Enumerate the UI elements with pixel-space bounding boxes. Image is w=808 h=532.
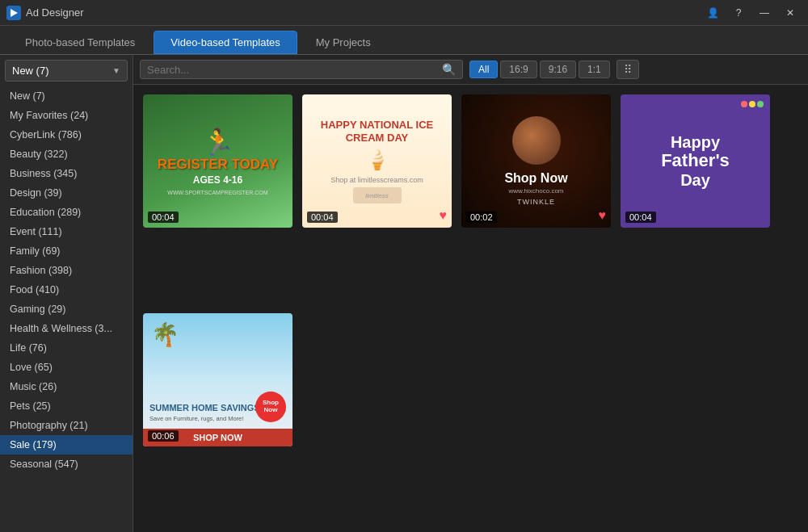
- title-bar: Ad Designer 👤 ? — ✕: [0, 0, 808, 26]
- card-duration-fathers: 00:04: [625, 212, 656, 223]
- template-card-fathers[interactable]: Happy Father's Day 00:04: [621, 94, 770, 228]
- app-logo: [6, 6, 21, 20]
- aspect-btn-916[interactable]: 9:16: [540, 61, 576, 78]
- aspect-btn-169[interactable]: 16:9: [500, 61, 537, 78]
- app-title: Ad Designer: [26, 6, 84, 19]
- aspect-buttons: All16:99:161:1: [469, 61, 610, 78]
- main-content: New (7) ▼ New (7)My Favorites (24)CyberL…: [0, 55, 808, 532]
- minimize-button[interactable]: —: [753, 5, 776, 21]
- sidebar-item-event[interactable]: Event (111): [0, 222, 133, 241]
- sidebar-item-food[interactable]: Food (410): [0, 280, 133, 300]
- tab-video[interactable]: Video-based Templates: [154, 31, 297, 54]
- right-panel: 🔍 All16:99:161:1 ⠿ 🏃 REGISTER TODAY AGES…: [133, 55, 808, 532]
- template-card-icecream[interactable]: HAPPY NATIONAL ICE CREAM DAY 🍦 Shop at l…: [302, 94, 452, 228]
- template-card-shopnow[interactable]: Shop Now www.hixchoco.com TWINKLE 00:02♥: [461, 94, 611, 228]
- title-bar-left: Ad Designer: [6, 6, 84, 20]
- dropdown-arrow-icon: ▼: [112, 66, 120, 75]
- grid-icon-button[interactable]: ⠿: [617, 60, 639, 79]
- dropdown-label: New (7): [12, 65, 49, 77]
- sidebar-item-love[interactable]: Love (65): [0, 358, 133, 377]
- sidebar-item-seasonal[interactable]: Seasonal (547): [0, 455, 133, 474]
- sidebar-item-music[interactable]: Music (26): [0, 377, 133, 396]
- close-button[interactable]: ✕: [779, 5, 802, 21]
- sidebar-item-business[interactable]: Business (345): [0, 164, 133, 183]
- help-button[interactable]: ?: [727, 5, 750, 21]
- toolbar: 🔍 All16:99:161:1 ⠿: [133, 55, 808, 85]
- tab-projects[interactable]: My Projects: [299, 31, 388, 54]
- sidebar-item-health[interactable]: Health & Wellness (3...: [0, 319, 133, 338]
- card-duration-summer: 00:06: [148, 430, 179, 442]
- user-button[interactable]: 👤: [701, 5, 724, 21]
- sidebar-item-beauty[interactable]: Beauty (322): [0, 145, 133, 164]
- tab-bar: Photo-based Templates Video-based Templa…: [0, 26, 808, 55]
- sidebar-item-gaming[interactable]: Gaming (29): [0, 300, 133, 319]
- sidebar-item-pets[interactable]: Pets (25): [0, 396, 133, 416]
- sidebar-item-family[interactable]: Family (69): [0, 241, 133, 261]
- card-duration-register: 00:04: [148, 212, 179, 223]
- category-list: New (7)My Favorites (24)CyberLink (786)B…: [0, 86, 133, 532]
- aspect-btn-11[interactable]: 1:1: [579, 61, 610, 78]
- category-dropdown[interactable]: New (7) ▼: [5, 60, 128, 82]
- sidebar-item-design[interactable]: Design (39): [0, 183, 133, 203]
- search-box[interactable]: 🔍: [140, 60, 463, 79]
- sidebar-item-favorites[interactable]: My Favorites (24): [0, 106, 133, 125]
- tab-photo[interactable]: Photo-based Templates: [8, 31, 152, 54]
- sidebar-item-sale[interactable]: Sale (179): [0, 435, 133, 455]
- card-duration-shopnow: 00:02: [466, 212, 497, 223]
- card-heart-shopnow[interactable]: ♥: [599, 208, 607, 223]
- search-input[interactable]: [147, 64, 439, 76]
- card-duration-icecream: 00:04: [307, 212, 338, 223]
- sidebar-item-life[interactable]: Life (76): [0, 338, 133, 358]
- template-grid: 🏃 REGISTER TODAY AGES 4-16 WWW.SPORTSCAM…: [133, 85, 808, 532]
- title-bar-controls: 👤 ? — ✕: [701, 5, 802, 21]
- template-card-register[interactable]: 🏃 REGISTER TODAY AGES 4-16 WWW.SPORTSCAM…: [143, 94, 292, 228]
- card-heart-icecream[interactable]: ♥: [440, 208, 448, 223]
- sidebar-item-cyberlink[interactable]: CyberLink (786): [0, 125, 133, 145]
- sidebar-item-education[interactable]: Education (289): [0, 203, 133, 222]
- sidebar-item-photography[interactable]: Photography (21): [0, 416, 133, 435]
- sidebar-item-fashion[interactable]: Fashion (398): [0, 261, 133, 280]
- sidebar-item-new[interactable]: New (7): [0, 86, 133, 106]
- aspect-btn-all[interactable]: All: [469, 61, 498, 78]
- search-icon: 🔍: [442, 63, 456, 76]
- template-card-summer[interactable]: 🌴 SUMMER HOME SAVINGS SALE Save on Furni…: [143, 313, 292, 446]
- sidebar: New (7) ▼ New (7)My Favorites (24)CyberL…: [0, 55, 133, 532]
